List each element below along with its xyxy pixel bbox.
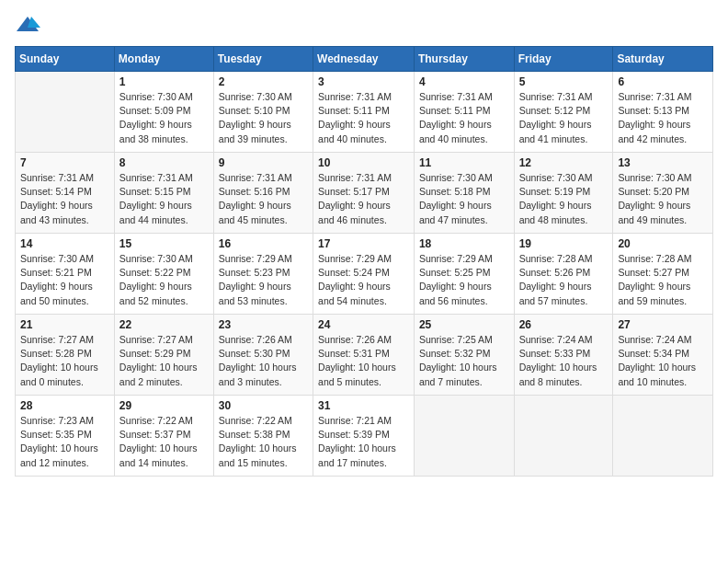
day-detail: Sunrise: 7:30 AM Sunset: 5:22 PM Dayligh… [119, 252, 209, 308]
weekday-header: Friday [514, 47, 613, 72]
day-detail: Sunrise: 7:24 AM Sunset: 5:34 PM Dayligh… [618, 333, 708, 389]
day-detail: Sunrise: 7:27 AM Sunset: 5:28 PM Dayligh… [20, 333, 109, 389]
day-detail: Sunrise: 7:31 AM Sunset: 5:13 PM Dayligh… [618, 90, 708, 146]
day-number: 12 [519, 156, 609, 169]
calendar-cell: 10Sunrise: 7:31 AM Sunset: 5:17 PM Dayli… [313, 153, 415, 234]
day-detail: Sunrise: 7:25 AM Sunset: 5:32 PM Dayligh… [419, 333, 509, 389]
day-detail: Sunrise: 7:26 AM Sunset: 5:30 PM Dayligh… [219, 333, 308, 389]
day-detail: Sunrise: 7:22 AM Sunset: 5:37 PM Dayligh… [119, 414, 209, 470]
day-number: 8 [119, 156, 209, 169]
day-number: 16 [219, 237, 308, 250]
day-detail: Sunrise: 7:31 AM Sunset: 5:12 PM Dayligh… [519, 90, 609, 146]
calendar-cell: 24Sunrise: 7:26 AM Sunset: 5:31 PM Dayli… [313, 315, 415, 396]
calendar-cell: 12Sunrise: 7:30 AM Sunset: 5:19 PM Dayli… [514, 153, 613, 234]
day-number: 21 [20, 318, 109, 331]
day-number: 1 [119, 75, 209, 88]
day-detail: Sunrise: 7:24 AM Sunset: 5:33 PM Dayligh… [519, 333, 609, 389]
day-detail: Sunrise: 7:31 AM Sunset: 5:15 PM Dayligh… [119, 171, 209, 227]
day-detail: Sunrise: 7:30 AM Sunset: 5:09 PM Dayligh… [119, 90, 209, 146]
day-detail: Sunrise: 7:27 AM Sunset: 5:29 PM Dayligh… [119, 333, 209, 389]
day-detail: Sunrise: 7:21 AM Sunset: 5:39 PM Dayligh… [318, 414, 409, 470]
calendar-cell: 1Sunrise: 7:30 AM Sunset: 5:09 PM Daylig… [114, 72, 213, 153]
day-detail: Sunrise: 7:30 AM Sunset: 5:19 PM Dayligh… [519, 171, 609, 227]
calendar-cell: 21Sunrise: 7:27 AM Sunset: 5:28 PM Dayli… [16, 315, 115, 396]
day-detail: Sunrise: 7:22 AM Sunset: 5:38 PM Dayligh… [219, 414, 308, 470]
calendar-cell: 31Sunrise: 7:21 AM Sunset: 5:39 PM Dayli… [313, 396, 415, 477]
calendar-cell: 20Sunrise: 7:28 AM Sunset: 5:27 PM Dayli… [613, 234, 713, 315]
calendar-cell: 8Sunrise: 7:31 AM Sunset: 5:15 PM Daylig… [114, 153, 213, 234]
day-number: 23 [219, 318, 308, 331]
calendar-week-row: 21Sunrise: 7:27 AM Sunset: 5:28 PM Dayli… [16, 315, 713, 396]
day-detail: Sunrise: 7:30 AM Sunset: 5:10 PM Dayligh… [219, 90, 308, 146]
calendar-cell: 30Sunrise: 7:22 AM Sunset: 5:38 PM Dayli… [213, 396, 313, 477]
day-detail: Sunrise: 7:30 AM Sunset: 5:20 PM Dayligh… [618, 171, 708, 227]
calendar-cell: 29Sunrise: 7:22 AM Sunset: 5:37 PM Dayli… [114, 396, 213, 477]
logo [15, 15, 44, 35]
day-number: 27 [618, 318, 708, 331]
day-number: 31 [318, 399, 409, 412]
logo-icon [15, 15, 40, 35]
calendar-cell: 3Sunrise: 7:31 AM Sunset: 5:11 PM Daylig… [313, 72, 415, 153]
calendar-cell: 25Sunrise: 7:25 AM Sunset: 5:32 PM Dayli… [414, 315, 514, 396]
calendar-table: SundayMondayTuesdayWednesdayThursdayFrid… [15, 46, 713, 477]
calendar-cell: 4Sunrise: 7:31 AM Sunset: 5:11 PM Daylig… [414, 72, 514, 153]
calendar-cell: 14Sunrise: 7:30 AM Sunset: 5:21 PM Dayli… [16, 234, 115, 315]
day-detail: Sunrise: 7:23 AM Sunset: 5:35 PM Dayligh… [20, 414, 109, 470]
weekday-header: Wednesday [313, 47, 415, 72]
day-number: 20 [618, 237, 708, 250]
calendar-cell: 27Sunrise: 7:24 AM Sunset: 5:34 PM Dayli… [613, 315, 713, 396]
calendar-cell [514, 396, 613, 477]
day-detail: Sunrise: 7:26 AM Sunset: 5:31 PM Dayligh… [318, 333, 409, 389]
day-number: 6 [618, 75, 708, 88]
weekday-header: Tuesday [213, 47, 313, 72]
day-number: 2 [219, 75, 308, 88]
calendar-cell [414, 396, 514, 477]
calendar-cell: 9Sunrise: 7:31 AM Sunset: 5:16 PM Daylig… [213, 153, 313, 234]
calendar-week-row: 14Sunrise: 7:30 AM Sunset: 5:21 PM Dayli… [16, 234, 713, 315]
weekday-header: Thursday [414, 47, 514, 72]
day-number: 13 [618, 156, 708, 169]
calendar-cell: 17Sunrise: 7:29 AM Sunset: 5:24 PM Dayli… [313, 234, 415, 315]
calendar-cell: 23Sunrise: 7:26 AM Sunset: 5:30 PM Dayli… [213, 315, 313, 396]
day-number: 18 [419, 237, 509, 250]
day-detail: Sunrise: 7:28 AM Sunset: 5:27 PM Dayligh… [618, 252, 708, 308]
calendar-cell: 16Sunrise: 7:29 AM Sunset: 5:23 PM Dayli… [213, 234, 313, 315]
calendar-cell: 13Sunrise: 7:30 AM Sunset: 5:20 PM Dayli… [613, 153, 713, 234]
day-detail: Sunrise: 7:28 AM Sunset: 5:26 PM Dayligh… [519, 252, 609, 308]
day-number: 14 [20, 237, 109, 250]
calendar-cell [16, 72, 115, 153]
day-detail: Sunrise: 7:30 AM Sunset: 5:18 PM Dayligh… [419, 171, 509, 227]
day-number: 10 [318, 156, 409, 169]
day-number: 15 [119, 237, 209, 250]
day-detail: Sunrise: 7:31 AM Sunset: 5:11 PM Dayligh… [318, 90, 409, 146]
calendar-cell: 11Sunrise: 7:30 AM Sunset: 5:18 PM Dayli… [414, 153, 514, 234]
calendar-cell: 28Sunrise: 7:23 AM Sunset: 5:35 PM Dayli… [16, 396, 115, 477]
day-detail: Sunrise: 7:31 AM Sunset: 5:17 PM Dayligh… [318, 171, 409, 227]
day-number: 19 [519, 237, 609, 250]
day-number: 7 [20, 156, 109, 169]
day-number: 28 [20, 399, 109, 412]
day-detail: Sunrise: 7:29 AM Sunset: 5:24 PM Dayligh… [318, 252, 409, 308]
calendar-cell: 15Sunrise: 7:30 AM Sunset: 5:22 PM Dayli… [114, 234, 213, 315]
day-number: 9 [219, 156, 308, 169]
day-number: 30 [219, 399, 308, 412]
day-number: 22 [119, 318, 209, 331]
calendar-week-row: 28Sunrise: 7:23 AM Sunset: 5:35 PM Dayli… [16, 396, 713, 477]
calendar-cell: 2Sunrise: 7:30 AM Sunset: 5:10 PM Daylig… [213, 72, 313, 153]
calendar-cell: 7Sunrise: 7:31 AM Sunset: 5:14 PM Daylig… [16, 153, 115, 234]
day-number: 26 [519, 318, 609, 331]
calendar-week-row: 7Sunrise: 7:31 AM Sunset: 5:14 PM Daylig… [16, 153, 713, 234]
calendar-header-row: SundayMondayTuesdayWednesdayThursdayFrid… [16, 47, 713, 72]
day-number: 25 [419, 318, 509, 331]
calendar-cell: 19Sunrise: 7:28 AM Sunset: 5:26 PM Dayli… [514, 234, 613, 315]
day-detail: Sunrise: 7:31 AM Sunset: 5:16 PM Dayligh… [219, 171, 308, 227]
day-detail: Sunrise: 7:29 AM Sunset: 5:23 PM Dayligh… [219, 252, 308, 308]
day-number: 3 [318, 75, 409, 88]
day-number: 29 [119, 399, 209, 412]
page-header [15, 15, 713, 35]
calendar-cell [613, 396, 713, 477]
svg-marker-1 [28, 17, 40, 28]
weekday-header: Sunday [16, 47, 115, 72]
day-detail: Sunrise: 7:30 AM Sunset: 5:21 PM Dayligh… [20, 252, 109, 308]
calendar-cell: 5Sunrise: 7:31 AM Sunset: 5:12 PM Daylig… [514, 72, 613, 153]
